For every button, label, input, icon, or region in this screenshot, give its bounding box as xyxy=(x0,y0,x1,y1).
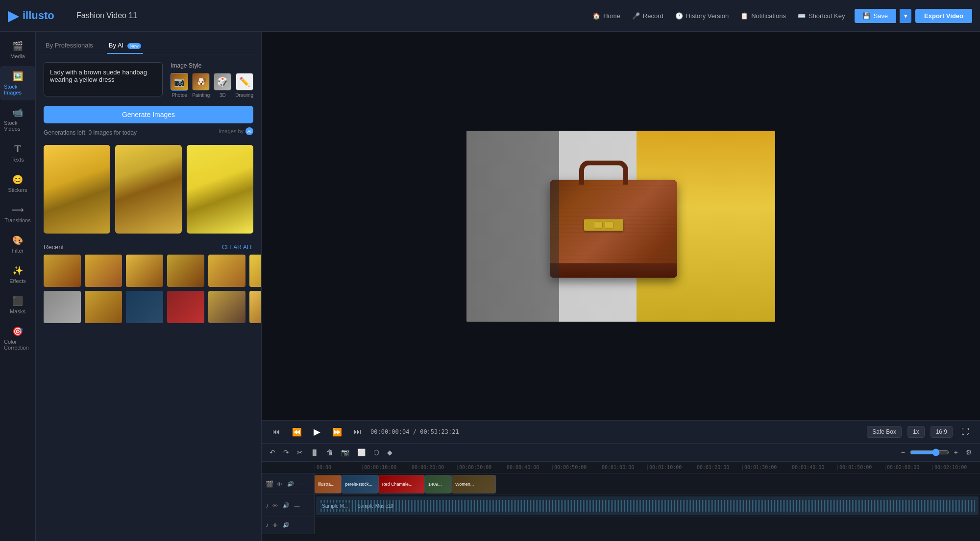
split-button[interactable]: ▐▌ xyxy=(309,447,320,457)
add-media-button[interactable]: 📷 xyxy=(339,447,351,458)
sidebar-item-stickers[interactable]: 😊 Stickers xyxy=(0,169,35,198)
recent-item-4[interactable] xyxy=(167,255,204,287)
clear-all-button[interactable]: CLEAR ALL xyxy=(222,244,253,251)
cut-button[interactable]: ✂ xyxy=(295,447,305,458)
ratio-button[interactable]: 1x xyxy=(907,426,925,438)
clip-4[interactable]: 1409... xyxy=(425,475,452,494)
sidebar-item-media[interactable]: 🎬 Media xyxy=(0,36,35,64)
audio-clip-1[interactable]: Sample M... Sample Music10 xyxy=(316,496,979,515)
painting-label: Painting xyxy=(192,93,210,98)
safe-box-button[interactable]: Safe Box xyxy=(867,426,902,438)
record-icon: 🎤 xyxy=(632,12,640,20)
recent-item-10[interactable] xyxy=(85,291,122,323)
clip-5[interactable]: Women... xyxy=(452,475,496,494)
nav-notifications[interactable]: 📋 Notifications xyxy=(740,12,786,20)
zoom-out-button[interactable]: − xyxy=(899,447,907,458)
logo[interactable]: ▶ illusto xyxy=(8,8,67,24)
sidebar-item-color-correction[interactable]: 🎯 Color Correction xyxy=(0,321,35,355)
timeline-area: ↶ ↷ ✂ ▐▌ 🗑 📷 ⬜ ⬡ ◆ − + ⚙ 00 xyxy=(262,443,980,541)
clip-2[interactable]: pereis-stock... xyxy=(342,475,378,494)
generated-image-3[interactable] xyxy=(187,145,253,234)
recent-item-11[interactable] xyxy=(126,291,163,323)
audio-vol-slider[interactable]: — xyxy=(293,502,301,509)
ruler-mark-10: 00:01:40:00 xyxy=(790,465,837,470)
sidebar-item-transitions[interactable]: ⟶ Transitions xyxy=(0,200,35,228)
nav-home[interactable]: 🏠 Home xyxy=(592,12,620,20)
crop-button[interactable]: ⬜ xyxy=(355,447,368,458)
images-by-label: Images by xyxy=(219,128,244,134)
tab-by-professionals-label: By Professionals xyxy=(46,42,93,49)
step-forward-button[interactable]: ⏩ xyxy=(329,425,345,439)
prompt-input[interactable]: Lady with a brown suede handbag wearing … xyxy=(44,62,163,96)
zoom-in-button[interactable]: + xyxy=(952,447,960,458)
step-back-button[interactable]: ⏪ xyxy=(289,425,305,439)
recent-item-6[interactable] xyxy=(249,255,261,287)
recent-grid-row2 xyxy=(36,291,261,327)
redo-button[interactable]: ↷ xyxy=(281,447,291,458)
style-3d[interactable]: 🎲 3D xyxy=(214,73,231,98)
tab-by-ai[interactable]: By AI New xyxy=(107,38,143,54)
sidebar-item-texts[interactable]: T Texts xyxy=(0,139,35,167)
ruler-marks: 00:00 00:00:10:00 00:00:20:00 00:00:30:0… xyxy=(315,465,980,470)
audio-2-mute-button[interactable]: 🔊 xyxy=(281,521,291,529)
transform-button[interactable]: ⬡ xyxy=(371,447,381,458)
track-lock-button[interactable]: 🔊 xyxy=(286,480,295,488)
color-correction-icon: 🎯 xyxy=(12,326,23,337)
play-button[interactable]: ▶ xyxy=(311,424,323,439)
tab-by-professionals[interactable]: By Professionals xyxy=(44,38,95,54)
generated-image-1[interactable] xyxy=(44,145,110,234)
sidebar-item-masks[interactable]: ⬛ Masks xyxy=(0,291,35,319)
style-painting[interactable]: 🐶 Painting xyxy=(192,73,210,98)
recent-item-5[interactable] xyxy=(208,255,245,287)
save-button[interactable]: 💾 Save xyxy=(855,9,896,23)
fullscreen-button[interactable]: ⛶ xyxy=(958,425,972,438)
recent-item-1[interactable] xyxy=(44,255,81,287)
recent-item-2[interactable] xyxy=(85,255,122,287)
generated-image-2[interactable] xyxy=(115,145,182,234)
project-title: Fashion Video 11 xyxy=(76,11,137,20)
clip-1[interactable]: illustra... xyxy=(315,475,342,494)
export-button[interactable]: Export Video xyxy=(915,9,972,23)
recent-item-9[interactable] xyxy=(44,291,81,323)
generate-button[interactable]: Generate Images xyxy=(44,106,253,123)
audio-eye-button[interactable]: 👁 xyxy=(271,502,279,509)
image-style-label: Image Style xyxy=(171,62,253,69)
style-drawing[interactable]: ✏️ Drawing xyxy=(235,73,253,98)
nav-shortcut[interactable]: ⌨️ Shortcut Key xyxy=(798,12,845,20)
sidebar-label-effects: Effects xyxy=(9,278,25,284)
skip-to-start-button[interactable]: ⏮ xyxy=(270,425,283,438)
ruler-mark-4: 00:00:40:00 xyxy=(505,465,552,470)
time-display: 00:00:00:04 / 00:53:23:21 xyxy=(370,428,459,435)
track-volume-button[interactable]: — xyxy=(297,481,306,488)
recent-item-13[interactable] xyxy=(208,291,245,323)
audio-2-eye-button[interactable]: 👁 xyxy=(271,522,279,529)
sidebar-label-transitions: Transitions xyxy=(4,217,30,223)
clip-3[interactable]: Red Chamele... xyxy=(378,475,425,494)
nav-history[interactable]: 🕐 History Version xyxy=(675,12,729,20)
zoom-slider[interactable] xyxy=(910,448,949,456)
timeline-tracks: 🎬 👁 🔊 — illustra... pereis-stock... xyxy=(262,473,980,534)
sidebar-item-stock-images[interactable]: 🖼️ Stock Images xyxy=(0,66,35,100)
sidebar-item-filter[interactable]: 🎨 Filter xyxy=(0,230,35,259)
recent-item-12[interactable] xyxy=(167,291,204,323)
save-label: Save xyxy=(873,12,888,20)
track-eye-button[interactable]: 👁 xyxy=(275,481,284,488)
recent-item-14[interactable] xyxy=(249,291,261,323)
keyframe-button[interactable]: ◆ xyxy=(385,447,394,458)
ruler-mark-13: 00:02:10:00 xyxy=(932,465,980,470)
delete-button[interactable]: 🗑 xyxy=(324,447,335,458)
settings-button[interactable]: ⚙ xyxy=(964,447,974,458)
recent-item-3[interactable] xyxy=(126,255,163,287)
audio-track-1-controls: ♪ 👁 🔊 — xyxy=(262,495,315,516)
sidebar-item-stock-videos[interactable]: 📹 Stock Videos xyxy=(0,102,35,137)
nav-record[interactable]: 🎤 Record xyxy=(632,12,663,20)
audio-mute-button[interactable]: 🔊 xyxy=(281,502,291,509)
skip-to-end-button[interactable]: ⏭ xyxy=(351,425,365,438)
undo-button[interactable]: ↶ xyxy=(268,447,277,458)
stock-images-icon: 🖼️ xyxy=(12,71,23,82)
sidebar-item-effects[interactable]: ✨ Effects xyxy=(0,260,35,289)
aspect-ratio-button[interactable]: 16:9 xyxy=(931,426,953,438)
time-current: 00:00:00:04 xyxy=(370,428,409,435)
save-dropdown-button[interactable]: ▾ xyxy=(900,9,911,23)
style-photos[interactable]: 📷 Photos xyxy=(171,73,188,98)
